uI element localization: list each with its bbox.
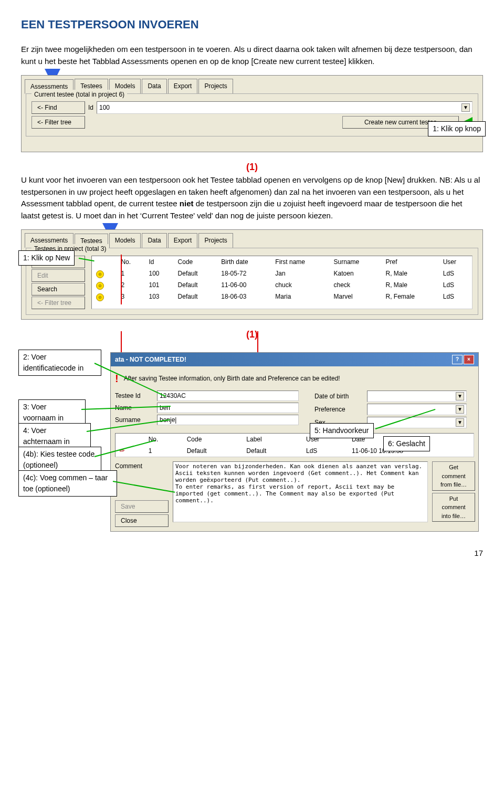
table-row[interactable]: ☺ 1100Default 18-05-72JanKatoen R, MaleL… bbox=[92, 268, 472, 279]
page-title: EEN TESTPERSOON INVOEREN bbox=[21, 16, 483, 33]
help-button[interactable]: ? bbox=[452, 355, 463, 364]
groupbox-title: Current testee (total in project 6) bbox=[32, 90, 127, 99]
edit-button: Edit bbox=[32, 269, 85, 282]
chevron-down-icon[interactable]: ▼ bbox=[456, 418, 464, 427]
red-marker-1: (1) bbox=[246, 162, 258, 172]
dialog-titlebar: ata - NOT COMPLETED! ? × bbox=[111, 353, 478, 366]
tab-projects[interactable]: Projects bbox=[198, 79, 233, 93]
dialog-title: ata - NOT COMPLETED! bbox=[115, 355, 186, 364]
id-combo[interactable]: 100 ▼ bbox=[97, 101, 472, 114]
save-button: Save bbox=[115, 500, 169, 513]
callout-4: 4: Voer achternaam in bbox=[18, 423, 91, 449]
smiley-icon: ☺ bbox=[96, 293, 104, 301]
table-row[interactable]: ☺ 3103Default 18-06-03MariaMarvel R, Fem… bbox=[92, 291, 472, 302]
tab-data[interactable]: Data bbox=[142, 233, 166, 248]
paragraph-2: U kunt voor het invoeren van een testper… bbox=[21, 174, 483, 222]
tab-data[interactable]: Data bbox=[142, 79, 166, 93]
name-input[interactable] bbox=[157, 403, 299, 413]
filter-tree-button[interactable]: <- Filter tree bbox=[32, 116, 85, 129]
page-number: 17 bbox=[21, 547, 483, 560]
close-button[interactable]: Close bbox=[115, 514, 169, 527]
callout-2: 2: Voer identificatiecode in bbox=[18, 350, 101, 376]
id-value: 100 bbox=[99, 103, 110, 112]
tab-export[interactable]: Export bbox=[168, 79, 198, 93]
get-comment-button[interactable]: Get comment from file… bbox=[432, 461, 475, 491]
surname-input[interactable] bbox=[157, 415, 299, 425]
table-row[interactable]: ☺ 2101Default 11-06-00chuckcheck R, Male… bbox=[92, 279, 472, 291]
dob-label: Date of birth bbox=[314, 392, 367, 401]
callout-4b: (4b): Kies testee code (optioneel) bbox=[18, 447, 101, 473]
close-icon[interactable]: × bbox=[464, 355, 474, 364]
testee-id-label: Testee Id bbox=[115, 391, 157, 400]
tab-projects[interactable]: Projects bbox=[198, 233, 233, 248]
chevron-down-icon[interactable]: ▼ bbox=[456, 392, 464, 400]
chevron-down-icon[interactable]: ▼ bbox=[461, 103, 470, 112]
callout-6: 6: Geslacht bbox=[383, 436, 430, 451]
id-label: Id bbox=[88, 103, 93, 112]
chevron-down-icon[interactable]: ▼ bbox=[456, 405, 464, 414]
callout-1: 1: Klik op knop bbox=[428, 121, 486, 136]
testee-id-input[interactable] bbox=[157, 391, 299, 401]
find-button[interactable]: <- Find bbox=[32, 101, 85, 114]
search-button[interactable]: Search bbox=[32, 283, 85, 296]
red-marker-1b: (1) bbox=[246, 329, 258, 340]
tab-models[interactable]: Models bbox=[109, 233, 141, 248]
table-header: No.IdCode Birth dateFirst nameSurname Pr… bbox=[92, 256, 472, 268]
put-comment-button[interactable]: Put comment into file… bbox=[432, 493, 475, 522]
dialog-banner: After saving Testee information, only Bi… bbox=[124, 374, 340, 383]
pref-label: Preference bbox=[314, 405, 367, 414]
smiley-icon: ☺ bbox=[96, 270, 104, 278]
red-line bbox=[121, 255, 122, 304]
dob-combo[interactable]: ▼ bbox=[367, 391, 467, 402]
surname-label: Surname bbox=[115, 415, 157, 425]
intro-text: Er zijn twee mogelijkheden om een testpe… bbox=[21, 44, 483, 67]
pref-combo[interactable]: ▼ bbox=[367, 404, 467, 415]
filter-tree-button-2: <- Filter tree bbox=[32, 297, 85, 309]
callout-5: 5: Handvoorkeur bbox=[310, 423, 374, 438]
smiley-icon: ☺ bbox=[96, 282, 104, 290]
callout-3: 3: Voer voornaam in bbox=[18, 399, 86, 426]
comment-textarea[interactable] bbox=[173, 461, 428, 522]
callout-4c: (4c): Voeg commen – taar toe (optioneel) bbox=[18, 470, 117, 497]
comment-label: Comment bbox=[115, 461, 169, 471]
callout-new: 1: Klik op New bbox=[18, 250, 75, 266]
tab-export[interactable]: Export bbox=[168, 233, 198, 248]
